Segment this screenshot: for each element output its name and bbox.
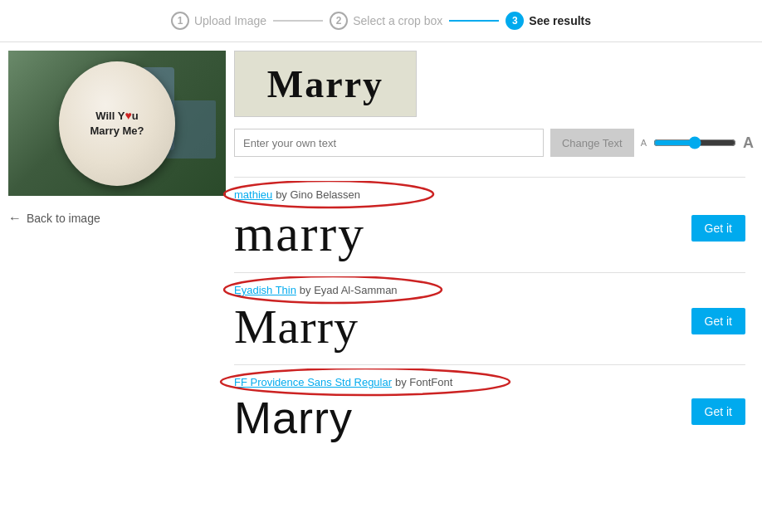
step-line-2 (449, 20, 499, 22)
step-1-circle: 1 (171, 12, 189, 30)
size-slider-container (653, 136, 736, 149)
font1-author: by Gino Belassen (276, 188, 360, 201)
font3-author: by FontFont (395, 376, 452, 388)
balloon-scene: Will Y♥uMarry Me? (8, 51, 226, 196)
back-to-image-button[interactable]: ← Back to image (8, 207, 226, 229)
step-3-circle: 3 (506, 12, 524, 30)
font-result-3: FF Providence Sans Std Regular by FontFo… (234, 364, 745, 450)
font3-name-link[interactable]: FF Providence Sans Std Regular (234, 376, 392, 388)
change-text-button[interactable]: Change Text (550, 129, 634, 157)
main-content: Will Y♥uMarry Me? ← Back to image Marry … (0, 42, 762, 458)
font2-author: by Eyad Al-Samman (300, 284, 398, 296)
heart-icon: ♥ (125, 109, 131, 122)
back-arrow-icon: ← (8, 211, 22, 226)
step-3-label: See results (529, 14, 591, 27)
step-1-label: Upload Image (194, 14, 266, 27)
size-label-small: A (641, 138, 647, 148)
font-meta-3: FF Providence Sans Std Regular by FontFo… (234, 375, 452, 388)
font-meta-1: mathieu by Gino Belassen (234, 188, 360, 201)
own-text-input[interactable] (234, 129, 544, 157)
font3-get-it-button[interactable]: Get it (691, 398, 745, 425)
font2-preview-text: Marry (234, 300, 359, 354)
preview-text: Marry (267, 62, 383, 106)
font1-get-it-button[interactable]: Get it (691, 215, 745, 242)
step-2-label: Select a crop box (353, 14, 442, 27)
back-button-label: Back to image (27, 212, 100, 225)
font1-preview-text: marry (234, 205, 365, 261)
font-result-2: Eyadish Thin by Eyad Al-Samman Marry Get… (234, 272, 745, 361)
original-image: Will Y♥uMarry Me? (8, 51, 226, 196)
font2-get-it-button[interactable]: Get it (691, 308, 745, 334)
right-panel: Marry Change Text A A mathieu (234, 51, 754, 450)
left-panel: Will Y♥uMarry Me? ← Back to image (8, 51, 226, 450)
size-slider[interactable] (653, 136, 736, 149)
step-1: 1 Upload Image (171, 12, 266, 30)
font1-preview: marry (234, 207, 671, 259)
step-2-circle: 2 (330, 12, 348, 30)
font-meta-2: Eyadish Thin by Eyad Al-Samman (234, 283, 398, 296)
balloon: Will Y♥uMarry Me? (59, 61, 175, 186)
step-line-1 (273, 20, 323, 22)
font2-name-link[interactable]: Eyadish Thin (234, 284, 296, 296)
font3-preview: Marry (234, 395, 671, 440)
stepper: 1 Upload Image 2 Select a crop box 3 See… (0, 0, 762, 42)
balloon-text: Will Y♥uMarry Me? (90, 108, 144, 139)
text-controls: Change Text A A (234, 129, 754, 165)
font-results: mathieu by Gino Belassen marry Get it Ey… (234, 177, 754, 450)
font1-name-link[interactable]: mathieu (234, 188, 272, 201)
font2-preview: Marry (234, 303, 671, 351)
font3-preview-text: Marry (234, 393, 353, 442)
step-3: 3 See results (506, 12, 591, 30)
size-label-large: A (743, 134, 754, 152)
font-result-1: mathieu by Gino Belassen marry Get it (234, 177, 745, 269)
cropped-preview: Marry (234, 51, 417, 117)
step-2: 2 Select a crop box (330, 12, 442, 30)
